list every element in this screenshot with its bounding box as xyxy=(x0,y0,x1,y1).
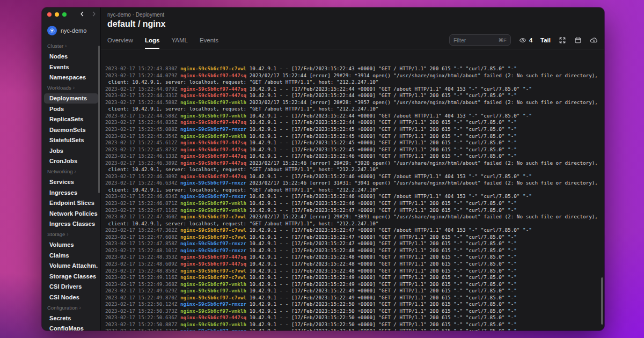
sidebar-item-ingress-classes[interactable]: Ingress Classes xyxy=(44,219,98,230)
log-timestamp: 2023-02-17 15:22:45.612Z xyxy=(105,139,180,145)
sidebar-item-endpoint-slices[interactable]: Endpoint Slices xyxy=(44,198,98,209)
chevron-right-icon: › xyxy=(79,305,81,311)
log-message: 2023/02/17 15:22:46 [error] 31#31: *3941… xyxy=(250,180,598,186)
log-message: client: 10.42.9.1, server: localhost, re… xyxy=(105,166,378,172)
sidebar-item-volumes[interactable]: Volumes xyxy=(44,240,98,251)
tabs: OverviewLogsYAMLEvents xyxy=(107,31,218,49)
log-message: 10.42.9.1 - - [17/Feb/2023:15:22:48 +000… xyxy=(250,268,517,274)
close-button[interactable] xyxy=(47,12,52,17)
zoom-button[interactable] xyxy=(62,12,67,17)
tab-overview[interactable]: Overview xyxy=(107,31,133,49)
traffic-lights xyxy=(47,12,67,17)
sidebar-item-pods[interactable]: Pods xyxy=(44,104,98,114)
forward-chevron-icon[interactable] xyxy=(91,11,97,17)
log-line: 2023-02-17 15:22:46.389Z nginx-59c5b6cf9… xyxy=(105,173,604,180)
calendar-icon[interactable] xyxy=(574,36,582,44)
sidebar-item-ingresses[interactable]: Ingresses xyxy=(44,187,98,198)
log-message: client: 10.42.9.1, server: localhost, re… xyxy=(105,187,378,193)
sidebar-item-cronjobs[interactable]: CronJobs xyxy=(44,156,98,167)
log-line-continuation: client: 10.42.9.1, server: localhost, re… xyxy=(105,79,604,86)
cluster-selector[interactable]: nyc-demo xyxy=(42,21,100,40)
sidebar-item-events[interactable]: Events xyxy=(44,62,98,72)
expand-icon[interactable] xyxy=(559,36,566,44)
sidebar-item-deployments[interactable]: Deployments xyxy=(44,93,98,104)
sidebar-item-nodes[interactable]: Nodes xyxy=(44,52,98,62)
sidebar-item-jobs[interactable]: Jobs xyxy=(44,145,98,156)
log-timestamp: 2023-02-17 15:22:44.079Z xyxy=(105,72,180,78)
log-message: 10.42.9.1 - - [17/Feb/2023:15:22:44 +000… xyxy=(250,113,532,119)
sidebar-section-workloads[interactable]: Workloads› xyxy=(42,83,100,93)
log-pod-name: nginx-59c5b6cf97-447sq xyxy=(180,160,250,166)
log-timestamp: 2023-02-17 15:22:50.124Z xyxy=(105,301,180,307)
sidebar-item-daemonsets[interactable]: DaemonSets xyxy=(44,124,98,135)
breadcrumb: nyc-demo · Deployment xyxy=(107,12,598,18)
log-timestamp: 2023-02-17 15:22:44.835Z xyxy=(105,119,180,125)
sidebar-section-networking[interactable]: Networking› xyxy=(42,166,100,177)
tail-toggle[interactable]: Tail xyxy=(540,37,551,43)
log-pod-name: nginx-59c5b6cf97-rmxzr xyxy=(180,193,250,199)
log-timestamp: 2023-02-17 15:22:49.870Z xyxy=(105,295,180,300)
chevron-right-icon: › xyxy=(65,43,67,49)
filter-box[interactable]: ⌘F xyxy=(449,34,511,46)
log-pod-name: nginx-59c5b6cf97-vmklh xyxy=(180,207,250,213)
filter-input[interactable] xyxy=(453,37,499,43)
sidebar-item-namespaces[interactable]: Namespaces xyxy=(44,72,98,83)
log-timestamp: 2023-02-17 15:22:47.116Z xyxy=(105,207,180,213)
log-timestamp: 2023-02-17 15:22:51.130Z xyxy=(105,328,180,330)
log-timestamp: 2023-02-17 15:22:46.634Z xyxy=(105,180,180,186)
sidebar-item-configmaps[interactable]: ConfigMaps xyxy=(44,324,98,331)
sidebar-item-storage-classes[interactable]: Storage Classes xyxy=(44,271,98,282)
log-message: 10.42.9.1 - - [17/Feb/2023:15:22:44 +000… xyxy=(250,119,517,125)
sidebar-item-statefulsets[interactable]: StatefulSets xyxy=(44,135,98,146)
sidebar-section-configuration[interactable]: Configuration› xyxy=(42,303,100,313)
sidebar-item-secrets[interactable]: Secrets xyxy=(44,313,98,324)
chevron-right-icon: › xyxy=(73,85,75,91)
log-line: 2023-02-17 15:22:43.830Z nginx-59c5b6cf9… xyxy=(105,65,604,72)
sidebar-section-cluster[interactable]: Cluster› xyxy=(42,41,100,52)
log-message: 10.42.9.1 - - [17/Feb/2023:15:22:48 +000… xyxy=(250,254,517,260)
log-line: 2023-02-17 15:22:47.360Z nginx-59c5b6cf9… xyxy=(105,214,604,221)
log-pod-name: nginx-59c5b6cf97-c7vwl xyxy=(180,295,250,300)
sidebar-section-storage[interactable]: Storage› xyxy=(42,229,100,240)
sidebar-item-volume-attachm[interactable]: Volume Attachm... xyxy=(44,261,98,271)
log-message: 10.42.9.1 - - [17/Feb/2023:15:22:47 +000… xyxy=(250,240,517,246)
sidebar-item-services[interactable]: Services xyxy=(44,177,98,188)
sidebar-scrollbar[interactable] xyxy=(98,46,100,193)
minimize-button[interactable] xyxy=(55,12,59,17)
back-chevron-icon[interactable] xyxy=(79,11,85,17)
log-line: 2023-02-17 15:22:46.389Z nginx-59c5b6cf9… xyxy=(105,160,604,167)
log-scrollbar[interactable] xyxy=(601,277,603,325)
log-message: 10.42.9.1 - - [17/Feb/2023:15:22:49 +000… xyxy=(250,281,517,287)
log-timestamp: 2023-02-17 15:22:47.362Z xyxy=(105,227,180,233)
log-timestamp: 2023-02-17 15:22:44.079Z xyxy=(105,86,180,92)
log-message: 10.42.9.1 - - [17/Feb/2023:15:22:49 +000… xyxy=(250,295,517,300)
cloud-download-icon[interactable] xyxy=(590,36,598,44)
log-message: 10.42.9.1 - - [17/Feb/2023:15:22:46 +000… xyxy=(250,173,532,179)
log-timestamp: 2023-02-17 15:22:44.588Z xyxy=(105,113,180,119)
log-line: 2023-02-17 15:22:44.079Z nginx-59c5b6cf9… xyxy=(105,86,604,93)
logs-toolbar: ⌘F 4 Tail xyxy=(449,34,598,46)
log-message: client: 10.42.9.1, server: localhost, re… xyxy=(105,79,378,85)
log-line: 2023-02-17 15:22:44.835Z nginx-59c5b6cf9… xyxy=(105,119,604,126)
log-timestamp: 2023-02-17 15:22:50.636Z xyxy=(105,314,180,320)
tab-logs[interactable]: Logs xyxy=(145,31,159,49)
sidebar-item-network-policies[interactable]: Network Policies xyxy=(44,208,98,219)
log-pod-name: nginx-59c5b6cf97-c7vwl xyxy=(180,268,250,274)
sidebar-item-csi-drivers[interactable]: CSI Drivers xyxy=(44,282,98,292)
log-timestamp: 2023-02-17 15:22:46.871Z xyxy=(105,200,180,206)
sidebar-item-replicasets[interactable]: ReplicaSets xyxy=(44,114,98,125)
log-timestamp: 2023-02-17 15:22:48.858Z xyxy=(105,268,180,274)
tab-yaml[interactable]: YAML xyxy=(171,31,187,49)
sidebar-item-csi-nodes[interactable]: CSI Nodes xyxy=(44,292,98,303)
log-pod-name: nginx-59c5b6cf97-vmklh xyxy=(180,281,250,287)
log-line: 2023-02-17 15:22:46.133Z nginx-59c5b6cf9… xyxy=(105,153,604,160)
log-sources-button[interactable]: 4 xyxy=(519,36,532,44)
log-pod-name: nginx-59c5b6cf97-vmklh xyxy=(180,288,250,293)
sidebar-item-claims[interactable]: Claims xyxy=(44,250,98,261)
log-line: 2023-02-17 15:22:50.124Z nginx-59c5b6cf9… xyxy=(105,301,604,308)
log-message: 10.42.9.1 - - [17/Feb/2023:15:22:44 +000… xyxy=(250,86,532,92)
log-message: 10.42.9.1 - - [17/Feb/2023:15:22:45 +000… xyxy=(250,133,517,139)
tab-events[interactable]: Events xyxy=(200,31,218,49)
log-message: 10.42.9.1 - - [17/Feb/2023:15:22:47 +000… xyxy=(250,234,517,240)
log-timestamp: 2023-02-17 15:22:50.887Z xyxy=(105,321,180,327)
